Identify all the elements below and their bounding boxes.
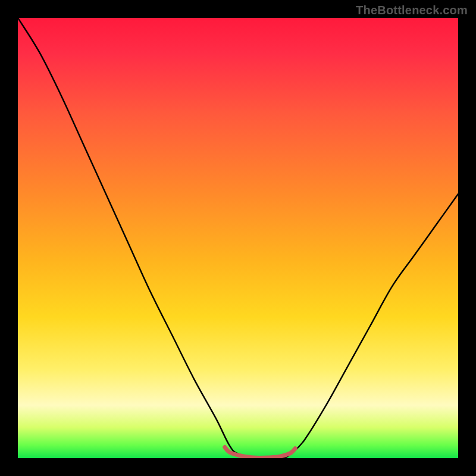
curve-layer [18,18,458,458]
plot-area [18,18,458,458]
chart-container: TheBottleneck.com [0,0,476,476]
watermark: TheBottleneck.com [356,4,468,17]
base-marker [225,447,295,458]
main-curve [18,18,458,458]
